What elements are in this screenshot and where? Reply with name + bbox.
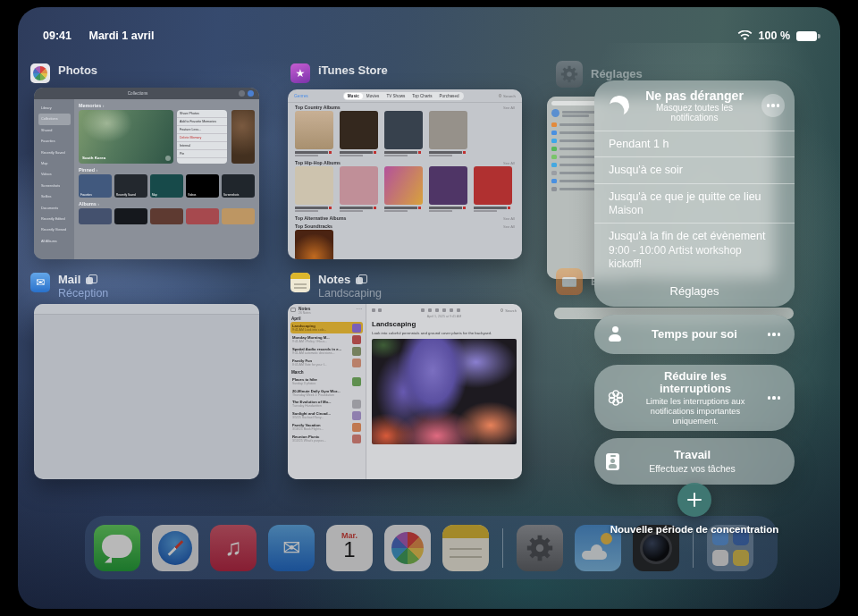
notes-toolbar-icons: Search <box>372 307 517 314</box>
personal-options-button[interactable] <box>765 333 783 335</box>
itunes-album-row <box>288 111 522 158</box>
dock-photos-icon[interactable] <box>384 525 431 571</box>
dnd-option-evening[interactable]: Jusqu'à ce soir <box>594 156 795 182</box>
search-icon <box>499 94 502 97</box>
moon-icon <box>608 94 632 118</box>
album-item <box>429 166 467 212</box>
note-list-item: The Evolution of Mo...Tuesday Handwritte… <box>290 398 363 409</box>
avatar <box>248 90 254 97</box>
memory-tile-next <box>231 110 255 164</box>
dock-mail-icon[interactable]: ✉ <box>268 525 315 571</box>
photos-sidebar-item: Recently Viewed <box>38 224 74 235</box>
dnd-subtitle: Masquez toutes les notifications <box>632 103 757 122</box>
status-bar: 09:41 Mardi 1 avril 100 % <box>43 29 817 43</box>
switcher-label-photos[interactable]: Photos <box>30 63 97 83</box>
album-tile <box>186 208 219 224</box>
note-title: Landscaping <box>372 320 517 328</box>
dnd-option-1h[interactable]: Pendant 1 h <box>594 131 795 156</box>
grid-view-icon <box>290 308 296 312</box>
switcher-label-itunes[interactable]: ★ iTunes Store <box>290 63 388 83</box>
note-body: Look into colorful perennials and ground… <box>372 331 517 335</box>
memory-title: South Korea <box>82 156 105 160</box>
itunes-section-header: Top Soundtracks See All <box>288 222 522 230</box>
dnd-title: Ne pas déranger <box>645 89 744 103</box>
album-tile <box>114 208 147 224</box>
focus-work-pill[interactable]: Travail Effectuez vos tâches <box>594 438 795 485</box>
dock-messages-icon[interactable] <box>94 525 140 571</box>
work-badge-icon <box>606 453 619 470</box>
focus-reduce-subtitle: Limite les interruptions aux notificatio… <box>627 397 763 426</box>
note-thumbnail <box>352 324 361 333</box>
album-tile <box>222 208 255 224</box>
switcher-card-itunes[interactable]: Genres Music Movies TV Shows Top Charts … <box>288 89 522 259</box>
focus-reduce-interruptions-pill[interactable]: Réduire les interruptions Limite les int… <box>594 365 795 431</box>
menu-item-delete: Delete Memory <box>177 134 227 142</box>
dnd-option-end-of-event[interactable]: Jusqu'à la fin de cet évènement 9:00 - 1… <box>594 223 795 276</box>
pinned-tile: Favorites <box>79 174 112 198</box>
dnd-settings-button[interactable]: Réglages <box>594 277 795 307</box>
photos-sidebar-item: Recently Saved <box>38 148 74 158</box>
dock-divider <box>502 528 503 568</box>
itunes-album-row <box>288 166 522 214</box>
play-icon <box>165 156 171 161</box>
album-item <box>295 230 333 259</box>
notes-editor: Search April 1, 2025 at 9:41 AM Landscap… <box>366 304 522 479</box>
ellipsis-icon <box>768 333 781 335</box>
dnd-options-button[interactable] <box>761 94 785 117</box>
notes-sidebar: Notes 26 Notes ••• April Landscaping9:41… <box>288 304 366 479</box>
reduce-options-button[interactable] <box>765 396 783 399</box>
pinned-row: Favorites Recently Saved Map Videos Scre… <box>79 174 255 198</box>
dnd-option-leave-location[interactable]: Jusqu'à ce que je quitte ce lieu Maison <box>594 183 795 224</box>
note-thumbnail <box>352 359 361 367</box>
photos-sidebar-item: Favorites <box>38 136 74 147</box>
stacked-windows-icon <box>356 274 367 284</box>
albums-row <box>79 208 255 224</box>
search-icon <box>500 308 504 312</box>
note-list-item: 20-Minute Daily Gym Wor...Thursday Week … <box>290 387 363 398</box>
itunes-store-app-icon: ★ <box>290 63 310 83</box>
ellipsis-icon <box>767 104 780 106</box>
switcher-card-photos[interactable]: Collections Library Collections Shared F… <box>34 88 259 259</box>
album-item <box>429 111 467 156</box>
note-thumbnail <box>352 335 361 344</box>
memories-row: South Korea Share Photos Add to Favorite… <box>79 110 255 164</box>
switcher-label-mail[interactable]: ✉ Mail Réception <box>30 273 108 300</box>
photos-body: Library Collections Shared Favorites Rec… <box>34 99 259 259</box>
status-left: 09:41 Mardi 1 avril <box>43 30 154 42</box>
new-focus-button[interactable] <box>677 483 711 517</box>
note-list-item: Family Vacation3/18/25 Book Flights... <box>290 421 363 433</box>
album-item <box>340 111 378 156</box>
app-label-subtitle: Landscaping <box>318 287 382 300</box>
switcher-card-notes[interactable]: Notes 26 Notes ••• April Landscaping9:41… <box>288 304 522 479</box>
dock-safari-icon[interactable] <box>152 525 198 571</box>
switcher-label-notes[interactable]: Notes Landscaping <box>290 273 382 300</box>
wifi-icon <box>737 30 753 41</box>
note-list-item: Monday Morning M...9:41 AM #Policy #Hous… <box>290 333 363 345</box>
album-item <box>474 166 512 212</box>
focus-personal-pill[interactable]: Temps pour soi <box>594 315 795 354</box>
note-list-item: Family Fun8:05 AM Vote for your f... <box>290 357 363 368</box>
album-item <box>384 111 423 156</box>
dock-calendar-icon[interactable]: Mar. 1 <box>326 525 373 571</box>
select-button-icon <box>239 90 245 97</box>
note-thumbnail <box>352 423 361 432</box>
menu-item: Internal <box>177 142 227 150</box>
memories-header: Memories <box>79 103 255 108</box>
dock-notes-icon[interactable] <box>442 525 489 571</box>
app-label-text: Mail <box>58 273 80 286</box>
note-list-item: Sunlight and Circad...3/5/25 Rachael Ros… <box>290 409 363 421</box>
album-item <box>295 111 333 156</box>
dock-music-icon[interactable]: ♫ <box>210 525 257 571</box>
status-right: 100 % <box>737 30 817 42</box>
photos-sidebar-item-selected: Collections <box>38 114 71 124</box>
reduce-interruptions-icon <box>606 388 626 408</box>
photos-navbar: Collections <box>34 88 259 99</box>
photos-app-icon <box>30 63 50 83</box>
pinned-header: Pinned <box>79 167 255 173</box>
photos-sidebar-item: Videos <box>38 169 74 180</box>
pinned-tile: Screenshots <box>222 174 255 198</box>
dock-settings-icon[interactable] <box>517 525 563 571</box>
switcher-card-mail[interactable] <box>34 304 259 479</box>
itunes-search: Search <box>499 94 516 98</box>
focus-work-subtitle: Effectuez vos tâches <box>625 463 761 474</box>
